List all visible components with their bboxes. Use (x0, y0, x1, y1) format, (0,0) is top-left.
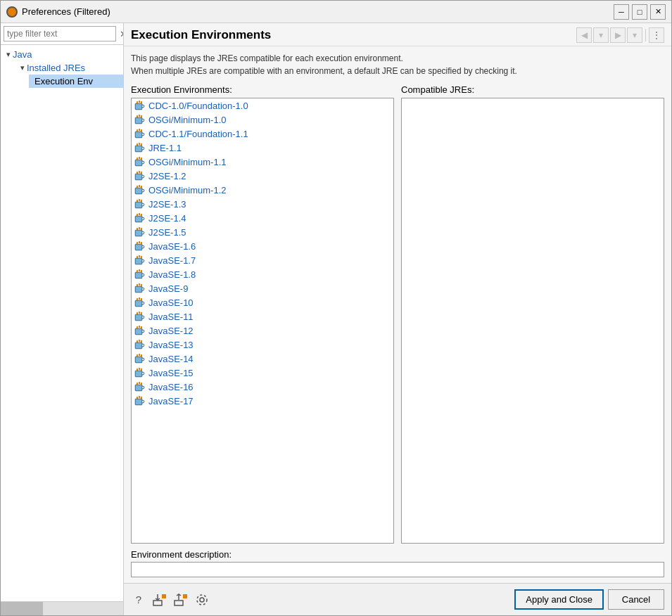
env-list-item[interactable]: JavaSE-13 (132, 338, 393, 352)
nav-fwd-button[interactable]: ▶ (610, 27, 626, 43)
svg-rect-18 (139, 143, 140, 145)
svg-rect-67 (137, 284, 138, 286)
desc-input[interactable] (131, 562, 664, 577)
import-icon[interactable] (152, 592, 167, 608)
env-list-item[interactable]: JavaSE-1.7 (132, 253, 393, 267)
env-item-icon (134, 353, 146, 364)
env-list-item[interactable]: JavaSE-12 (132, 323, 393, 338)
app-icon (6, 6, 18, 18)
env-item-icon (134, 269, 146, 280)
env-list-item[interactable]: JavaSE-14 (132, 352, 393, 366)
env-list-item[interactable]: JRE-1.1 (132, 141, 393, 155)
svg-rect-96 (136, 371, 141, 376)
env-item-icon (134, 212, 146, 224)
svg-rect-43 (139, 213, 140, 215)
svg-rect-6 (136, 118, 141, 123)
maximize-button[interactable]: □ (632, 4, 647, 20)
svg-rect-53 (139, 241, 140, 243)
env-list-item[interactable]: J2SE-1.4 (132, 211, 393, 225)
svg-rect-44 (141, 214, 142, 216)
sidebar-item-java[interactable]: ▾ Java (1, 48, 123, 61)
env-item-label: OSGi/Minimum-1.1 (148, 157, 227, 167)
svg-rect-66 (136, 287, 141, 292)
env-list-item[interactable]: OSGi/Minimum-1.0 (132, 113, 393, 127)
bottom-bar: ? Apply and Close Cancel (124, 583, 671, 615)
env-item-icon (134, 100, 146, 111)
env-list-item[interactable]: JavaSE-9 (132, 281, 393, 295)
content-area: Execution Environments: CDC-1.0/Foundati… (124, 82, 671, 546)
bottom-left-actions: ? (131, 592, 210, 608)
svg-rect-82 (137, 326, 138, 328)
nav-fwd-dropdown-button[interactable]: ▾ (627, 27, 642, 43)
svg-rect-88 (139, 340, 140, 342)
sidebar-item-installed-jres-label: Installed JREs (27, 63, 85, 73)
env-item-icon (134, 184, 146, 195)
tree-area: ▾ Java ▾ Installed JREs Execution Env (1, 45, 123, 601)
env-list-item[interactable]: JavaSE-15 (132, 366, 393, 380)
svg-rect-98 (139, 368, 140, 370)
nav-menu-button[interactable]: ⋮ (649, 27, 664, 43)
svg-rect-4 (141, 101, 142, 103)
svg-rect-104 (141, 383, 142, 385)
desc-area: Environment description: (124, 546, 671, 583)
nav-back-button[interactable]: ◀ (576, 27, 592, 43)
env-list-item[interactable]: CDC-1.1/Foundation-1.1 (132, 127, 393, 141)
java-subtree: ▾ Installed JREs Execution Env (1, 61, 123, 88)
env-list-item[interactable]: JavaSE-11 (132, 309, 393, 323)
env-list-item[interactable]: OSGi/Minimum-1.1 (132, 155, 393, 169)
svg-point-117 (197, 595, 207, 605)
svg-rect-84 (141, 326, 142, 328)
apply-close-button[interactable]: Apply and Close (514, 589, 604, 610)
env-list-item[interactable]: JavaSE-17 (132, 394, 393, 408)
env-list-item[interactable]: OSGi/Minimum-1.2 (132, 183, 393, 197)
sidebar-item-execution-env[interactable]: Execution Env (29, 75, 123, 88)
window-controls: ─ □ ✕ (614, 4, 666, 20)
nav-back-dropdown-button[interactable]: ▾ (593, 27, 609, 43)
close-button[interactable]: ✕ (650, 4, 666, 20)
svg-rect-23 (139, 157, 140, 159)
desc-label: Environment description: (131, 549, 664, 560)
env-list-item[interactable]: JavaSE-10 (132, 295, 393, 309)
env-list-item[interactable]: J2SE-1.5 (132, 225, 393, 239)
right-panel: Execution Environments ◀ ▾ ▶ ▾ ⋮ This pa… (124, 23, 671, 615)
svg-rect-115 (183, 594, 187, 598)
sidebar-item-installed-jres[interactable]: ▾ Installed JREs (15, 61, 123, 75)
svg-rect-49 (141, 228, 142, 230)
settings-icon[interactable] (194, 592, 210, 608)
env-item-label: JavaSE-17 (148, 396, 194, 406)
svg-rect-11 (136, 132, 141, 137)
env-list-item[interactable]: JavaSE-1.6 (132, 239, 393, 253)
svg-rect-34 (141, 186, 142, 188)
svg-rect-109 (141, 397, 142, 399)
export-icon[interactable] (173, 592, 189, 608)
svg-rect-61 (136, 273, 141, 278)
sidebar: ✕ ▾ Java ▾ Installed JREs Execution Env (1, 23, 124, 615)
svg-rect-16 (136, 146, 141, 151)
env-item-icon (134, 198, 146, 210)
svg-rect-77 (137, 312, 138, 314)
svg-rect-63 (139, 269, 140, 271)
svg-rect-76 (136, 315, 141, 320)
env-list-item[interactable]: J2SE-1.2 (132, 169, 393, 183)
svg-rect-3 (139, 101, 140, 103)
svg-rect-72 (137, 298, 138, 300)
filter-clear-button[interactable]: ✕ (118, 29, 124, 39)
env-item-label: J2SE-1.5 (148, 227, 186, 238)
env-item-label: JavaSE-12 (148, 326, 194, 336)
jre-list-box[interactable] (401, 98, 664, 544)
env-list-box[interactable]: CDC-1.0/Foundation-1.0 OSGi/Minimum-1.0 … (131, 98, 394, 544)
svg-rect-110 (153, 601, 162, 605)
svg-rect-112 (162, 594, 166, 598)
env-list-item[interactable]: JavaSE-1.8 (132, 267, 393, 281)
filter-input[interactable] (4, 26, 116, 41)
cancel-button[interactable]: Cancel (608, 589, 664, 610)
sidebar-scrollbar[interactable] (1, 602, 123, 615)
env-item-label: JavaSE-10 (148, 297, 194, 308)
env-list-item[interactable]: J2SE-1.3 (132, 197, 393, 211)
minimize-button[interactable]: ─ (614, 4, 629, 20)
svg-rect-59 (141, 256, 142, 258)
env-item-label: J2SE-1.4 (148, 213, 186, 224)
env-list-item[interactable]: JavaSE-16 (132, 380, 393, 394)
env-list-item[interactable]: CDC-1.0/Foundation-1.0 (132, 98, 393, 113)
help-icon[interactable]: ? (131, 592, 146, 608)
